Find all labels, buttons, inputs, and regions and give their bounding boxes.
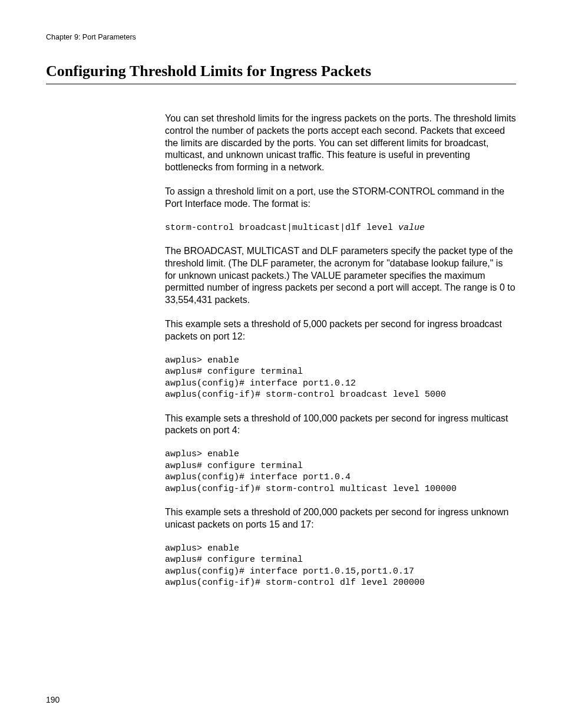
example1-code: awplus> enable awplus# configure termina…: [165, 355, 516, 401]
page-number: 190: [46, 695, 59, 704]
syntax-value: value: [398, 223, 425, 233]
chapter-header: Chapter 9: Port Parameters: [46, 33, 516, 41]
page-container: Chapter 9: Port Parameters Configuring T…: [0, 0, 562, 589]
paragraph-usage: To assign a threshold limit on a port, u…: [165, 186, 516, 210]
paragraph-example2-intro: This example sets a threshold of 100,000…: [165, 413, 516, 437]
example2-code: awplus> enable awplus# configure termina…: [165, 449, 516, 495]
paragraph-example1-intro: This example sets a threshold of 5,000 p…: [165, 318, 516, 343]
example3-code: awplus> enable awplus# configure termina…: [165, 543, 516, 589]
syntax-line: storm-control broadcast|multicast|dlf le…: [165, 222, 516, 234]
syntax-fixed: storm-control broadcast|multicast|dlf le…: [165, 223, 398, 233]
paragraph-example3-intro: This example sets a threshold of 200,000…: [165, 506, 516, 531]
body-content: You can set threshold limits for the ing…: [165, 113, 516, 589]
paragraph-intro: You can set threshold limits for the ing…: [165, 113, 516, 174]
section-title: Configuring Threshold Limits for Ingress…: [46, 62, 516, 84]
paragraph-params: The BROADCAST, MULTICAST and DLF paramet…: [165, 245, 516, 307]
